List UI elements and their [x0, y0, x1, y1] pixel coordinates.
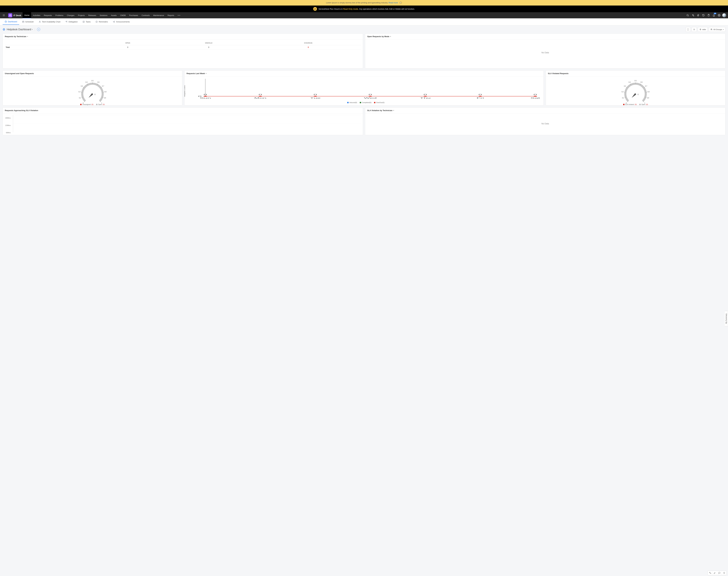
svg-line-0: [314, 8, 316, 9]
subnav-reminders[interactable]: Reminders: [93, 19, 110, 25]
legend-item: OverDue(0): [374, 102, 384, 104]
sub-nav: DashboardSchedulerTech Availability Char…: [0, 18, 728, 25]
svg-text:0.1: 0.1: [79, 97, 81, 99]
product-logo[interactable]: IT Desk: [7, 12, 23, 18]
card-unassigned-open-requests: Unassigned and Open Requests 00.10.20.30…: [3, 70, 182, 106]
settings-gear-icon[interactable]: [717, 13, 721, 18]
svg-text:Sat: Sat: [530, 97, 540, 99]
svg-text:Thu: Thu: [420, 97, 431, 99]
svg-text:Tue: Tue: [310, 97, 321, 99]
top-nav: IT Desk HomeActivitiesRequestsProblemsCh…: [0, 12, 728, 18]
legend-item: Open (0): [96, 104, 105, 105]
chevron-down-icon: ▾: [27, 36, 28, 37]
apps-launcher-icon[interactable]: [1, 12, 7, 18]
subnav-scheduler[interactable]: Scheduler: [20, 19, 36, 25]
history-icon[interactable]: [701, 13, 706, 18]
divider: [35, 28, 35, 31]
chevron-down-icon: ▾: [723, 29, 724, 30]
svg-text:0.7: 0.7: [645, 85, 647, 87]
gauge-chart: 00.10.20.30.40.50.60.70.80.91 0: [5, 78, 180, 103]
card-header[interactable]: Requests by Technician ▾: [3, 34, 363, 39]
readonly-bar: ServiceDesk Plus Cloud is in Read Only m…: [0, 5, 728, 12]
nav-item-activities[interactable]: Activities: [31, 12, 42, 18]
svg-text:0.6: 0.6: [640, 81, 643, 83]
subnav-dashboard[interactable]: Dashboard: [3, 19, 19, 25]
svg-point-4: [3, 15, 3, 16]
announcement-readmore-link[interactable]: Read more: [388, 2, 398, 4]
card-header[interactable]: Open Requests by Mode ▾: [365, 34, 725, 39]
subnav-tasks[interactable]: Tasks: [81, 19, 93, 25]
svg-text:0.3: 0.3: [81, 85, 83, 87]
nav-item-contracts[interactable]: Contracts: [140, 12, 152, 18]
nav-item-assets[interactable]: Assets: [109, 12, 118, 18]
refer-button[interactable]: refer: [698, 27, 708, 32]
nav-item-cmdb[interactable]: CMDB: [118, 12, 127, 18]
nav-item-problems[interactable]: Problems: [54, 12, 65, 18]
card-header[interactable]: Requests Last Week ▾: [184, 70, 544, 77]
line-chart: 00000000SunMonTueWedThuFriSat: [190, 78, 542, 100]
svg-point-107: [92, 93, 93, 94]
svg-point-33: [711, 29, 712, 29]
svg-point-2: [4, 15, 4, 15]
ai-sparkle-icon[interactable]: [691, 13, 695, 18]
legend-item: Unassigned (0): [80, 104, 93, 105]
nav-item-projects[interactable]: Projects: [76, 12, 86, 18]
svg-point-3: [4, 15, 5, 15]
svg-text:0: 0: [198, 95, 202, 97]
chevron-down-icon: ▾: [206, 73, 206, 74]
svg-text:0.7: 0.7: [102, 85, 104, 87]
svg-text:0.1: 0.1: [622, 97, 624, 99]
svg-rect-25: [83, 21, 84, 23]
clipboard-icon[interactable]: [706, 13, 711, 18]
nav-item-home[interactable]: Home: [23, 12, 31, 18]
search-icon[interactable]: [686, 13, 690, 18]
legend-item: Open (0): [639, 104, 648, 105]
nav-item-releases[interactable]: Releases: [86, 12, 98, 18]
dashboard-settings-button[interactable]: [692, 27, 697, 32]
subnav-announcements[interactable]: Announcements: [111, 19, 132, 25]
subnav-delegation[interactable]: Delegation: [63, 19, 80, 25]
nav-item-purchases[interactable]: Purchases: [127, 12, 140, 18]
product-name: IT Desk: [13, 14, 21, 17]
no-data-label: No Data: [367, 115, 723, 132]
svg-text:0: 0: [204, 94, 207, 95]
gauge-chart: 00.10.20.30.40.50.60.70.80.91 0: [548, 78, 723, 103]
svg-text:0.4: 0.4: [629, 81, 631, 83]
svg-point-114: [368, 96, 372, 97]
svg-text:0.9: 0.9: [647, 97, 649, 99]
svg-point-30: [694, 29, 695, 30]
svg-text:0: 0: [314, 94, 317, 95]
card-header[interactable]: SLA Violation by Technician ▾: [365, 108, 725, 113]
add-dashboard-button[interactable]: ＋: [37, 28, 40, 31]
svg-text:0: 0: [369, 94, 372, 95]
card-header: Unassigned and Open Requests: [3, 70, 182, 77]
user-avatar[interactable]: [722, 13, 726, 17]
subnav-tech-availability-chart[interactable]: Tech Availability Chart: [37, 19, 62, 25]
tasks-icon: [83, 21, 85, 23]
nav-item-maintenance[interactable]: Maintenance: [151, 12, 166, 18]
dashboard-title[interactable]: Helpdesk Dashboard ▾: [7, 28, 33, 31]
fullscreen-button[interactable]: [686, 27, 691, 32]
announcement-close-icon[interactable]: ✕: [399, 1, 402, 4]
nav-more-icon[interactable]: •••: [176, 12, 182, 18]
notifications-icon[interactable]: 10: [712, 13, 716, 18]
nav-item-requests[interactable]: Requests: [42, 12, 54, 18]
legend-item: SLA violated (0): [623, 104, 637, 105]
svg-text:0: 0: [478, 94, 482, 95]
card-requests-approaching-sla: Requests Approaching SLA Violation 180Mi…: [3, 108, 363, 135]
svg-text:0.3: 0.3: [624, 85, 626, 87]
nav-item-changes[interactable]: Changes: [65, 12, 76, 18]
card-header: SLA Violated Requests: [546, 70, 725, 77]
svg-point-7: [3, 16, 3, 16]
announcements-icon: [113, 21, 115, 23]
legend-item: Inbound(0): [347, 102, 357, 104]
svg-point-23: [66, 21, 66, 22]
nav-item-reports[interactable]: Reports: [166, 12, 176, 18]
nav-item-solutions[interactable]: Solutions: [98, 12, 109, 18]
quick-actions-icon[interactable]: [696, 13, 700, 18]
y-axis-ticks: 180Mins 120Mins 60Mins: [4, 117, 11, 134]
delegation-icon: [65, 21, 67, 23]
groups-filter-button[interactable]: All Groups ▾: [709, 27, 725, 32]
svg-marker-13: [697, 14, 699, 17]
svg-point-6: [4, 15, 5, 16]
